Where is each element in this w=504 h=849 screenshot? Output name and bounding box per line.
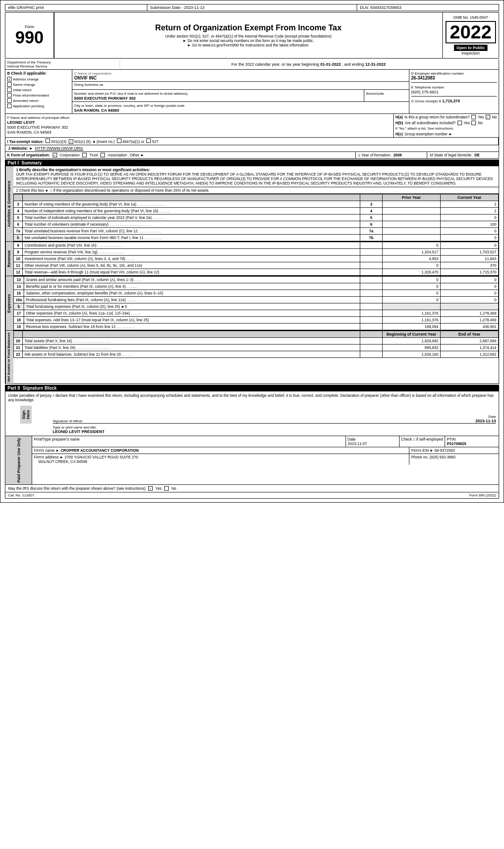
ein-phone-gross: D Employer identification number 26-3412… (409, 70, 499, 113)
line-9: 9 Program service revenue (Part VIII, li… (14, 249, 499, 256)
lines-3-7b: Prior Year Current Year 3 Number of voti… (13, 194, 499, 241)
col-header-row: Prior Year Current Year (14, 194, 499, 201)
net-assets-table: Beginning of Current Year End of Year 20… (13, 331, 499, 358)
line-7b: b Net unrelated business taxable income … (14, 235, 499, 241)
line-3: 3 Number of voting members of the govern… (14, 201, 499, 208)
preparer-check-cell: Check □ if self-employed (400, 436, 445, 447)
line-8: 8 Contributions and grants (Part VIII, l… (14, 242, 499, 249)
address-change-checkbox[interactable] (7, 77, 12, 81)
line-20: 20 Total assets (Part X, line 16) . . . … (14, 338, 499, 345)
line-12: 12 Total revenue—add lines 8 through 11 … (14, 269, 499, 276)
footer-irs-row: May the IRS discuss this return with the… (5, 485, 499, 492)
firm-ein-cell: Firm's EIN ► 68-9372583 (409, 447, 499, 454)
line-4: 4 Number of independent voting members o… (14, 208, 499, 214)
footer-yes-box[interactable] (148, 486, 153, 491)
org-name-address: C Name of organization ONVIF INC Doing b… (72, 70, 409, 113)
revenue-section: Revenue 8 Contributions and grants (Part… (5, 242, 499, 276)
part2-header: Part II Signature Block (5, 385, 499, 391)
preparer-date-cell: Date 2023-11-07 (346, 436, 400, 447)
preparer-name-cell: Print/Type preparer's name (32, 436, 346, 447)
initial-return-checkbox[interactable] (7, 88, 12, 92)
form-klm-row: K Form of organization: Corporation Trus… (5, 152, 499, 159)
line-21: 21 Total liabilities (Part X, line 26) .… (14, 345, 499, 351)
corporation-checkbox[interactable] (53, 153, 57, 157)
name-change-checkbox[interactable] (7, 82, 12, 87)
revenue-table: 8 Contributions and grants (Part VIII, l… (13, 242, 499, 276)
form-m-section: M State of legal domicile: DE (427, 152, 499, 158)
form-k-section: K Form of organization: Corporation Trus… (5, 152, 356, 158)
preparer-row2: Firm's name ► CROPPER ACCOUNTANCY CORPOR… (32, 447, 499, 454)
signature-block: Under penalties of perjury, I declare th… (5, 391, 499, 436)
tax-year-row: For the 2022 calendar year, or tax year … (120, 60, 497, 68)
signature-area: Signature of officer Date 2023-11-13 Typ… (53, 406, 496, 434)
firm-address-cell: Firm's address ► 2700 YGNACIO VALLEY ROA… (32, 454, 409, 465)
line2-row: 2 Check this box ► □ if the organization… (13, 187, 499, 194)
principal-officer: F Name and address of principal officer:… (5, 114, 394, 137)
line-5: 5 Total number of individuals employed i… (14, 214, 499, 221)
527-box[interactable] (146, 139, 151, 143)
form-l-section: L Year of formation: 2008 (356, 152, 427, 158)
dept-treasury: Department of the Treasury Internal Reve… (7, 60, 120, 68)
4947-box[interactable] (117, 139, 121, 143)
firm-name-cell: Firm's name ► CROPPER ACCOUNTANCY CORPOR… (32, 447, 409, 454)
check-address-change: Address change (7, 77, 70, 81)
website-row: J Website: ► HTTP://WWW.ONVIF.ORG (5, 145, 499, 152)
ha-hb-hc: H(a) Is this a group return for subordin… (394, 114, 499, 137)
expenses-table: 13 Grants and similar amounts paid (Part… (13, 276, 499, 330)
check-name-change: Name change (7, 82, 70, 87)
mission-row: 1 Briefly describe the organization's mi… (13, 166, 499, 187)
expenses-section: Expenses 13 Grants and similar amounts p… (5, 276, 499, 331)
part1-header: Part I Summary (5, 160, 499, 166)
line-19: 19 Revenue less expenses. Subtract line … (14, 324, 499, 330)
activities-section: Activities & Governance 1 Briefly descri… (5, 166, 499, 242)
preparer-section: Paid Preparer Use Only Print/Type prepar… (5, 436, 499, 485)
net-assets-label: Net Assets or Fund Balances (5, 331, 13, 383)
501c3-box[interactable] (46, 139, 50, 143)
line-7a: 7a Total unrelated business revenue from… (14, 228, 499, 235)
application-pending-checkbox[interactable] (7, 104, 12, 108)
amended-return-checkbox[interactable] (7, 98, 12, 103)
line-11: 11 Other revenue (Part VIII, column (A),… (14, 262, 499, 269)
trust-checkbox[interactable] (82, 153, 87, 157)
activities-governance-label: Activities & Governance (5, 166, 13, 241)
tax-exempt-status: I Tax-exempt status: 501(c)(3) 501(c) (6… (5, 138, 499, 145)
submission-date: Submission Date - 2023-11-13 (147, 4, 357, 11)
preparer-main-row: Paid Preparer Use Only Print/Type prepar… (5, 436, 499, 484)
net-assets-section: Net Assets or Fund Balances Beginning of… (5, 331, 499, 384)
firm-phone-cell: Phone no. (925) 932-3860 (409, 454, 499, 465)
line-16b: b Total fundraising expenses (Part IX, c… (14, 303, 499, 310)
preparer-row3: Firm's address ► 2700 YGNACIO VALLEY ROA… (32, 454, 499, 465)
hb-yes-box[interactable] (458, 121, 462, 125)
check-applicable-section: B Check if applicable: Address change Na… (5, 70, 72, 113)
line-14: 14 Benefits paid to or for members (Part… (14, 283, 499, 290)
efile-label: efile GRAPHIC print (5, 4, 147, 11)
association-checkbox[interactable] (100, 153, 105, 157)
line-10: 10 Investment income (Part VIII, column … (14, 256, 499, 262)
omb-box: OMB No. 1545-0047 2022 Open to Public In… (443, 13, 499, 58)
line-17: 17 Other expenses (Part IX, column (A), … (14, 310, 499, 317)
preparer-details: Print/Type preparer's name Date 2023-11-… (32, 436, 499, 484)
final-return-checkbox[interactable] (7, 93, 12, 97)
line-15: 15 Salaries, other compensation, employe… (14, 290, 499, 297)
footer-no-box[interactable] (164, 486, 169, 491)
paid-preparer-label: Paid Preparer Use Only (5, 436, 32, 484)
line-13: 13 Grants and similar amounts paid (Part… (14, 277, 499, 283)
check-amended-return: Amended return (7, 98, 70, 103)
501c-box[interactable] (69, 139, 73, 144)
ha-yes-box[interactable] (471, 115, 476, 119)
preparer-ptin-cell: PTIN P01709825 (445, 436, 499, 447)
expenses-label: Expenses (5, 276, 13, 330)
hb-no-box[interactable] (471, 121, 476, 125)
balance-col-header: Beginning of Current Year End of Year (14, 331, 499, 338)
line-22: 22 Net assets or fund balances. Subtract… (14, 351, 499, 358)
revenue-label: Revenue (5, 242, 13, 276)
preparer-row1: Print/Type preparer's name Date 2023-11-… (32, 436, 499, 447)
check-initial-return: Initial return (7, 88, 70, 92)
line-18: 18 Total expenses. Add lines 13–17 (must… (14, 317, 499, 324)
check-final-return: Final return/terminated (7, 93, 70, 97)
form-title: Return of Organization Exempt From Incom… (54, 13, 443, 58)
line-16a: 16a Professional fundraising fees (Part … (14, 297, 499, 303)
ha-no-box[interactable] (486, 115, 490, 119)
line-6: 6 Total number of volunteers (estimate i… (14, 221, 499, 228)
signature-row: SignHere Signature of officer Date 2023-… (8, 406, 496, 434)
